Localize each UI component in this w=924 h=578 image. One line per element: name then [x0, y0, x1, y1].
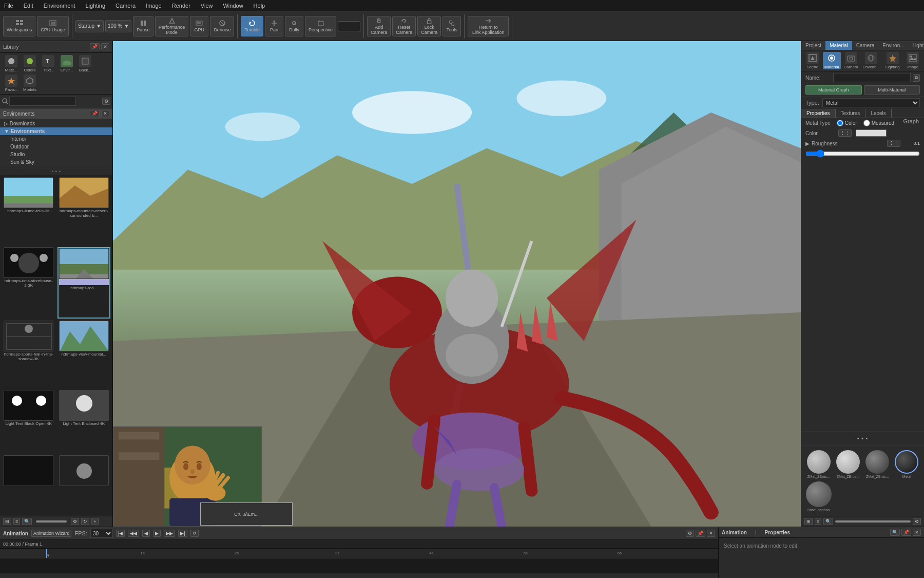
- thumb-dark1[interactable]: [2, 455, 55, 514]
- return-link-button[interactable]: Return to Link Application: [468, 16, 509, 36]
- lib-text-btn[interactable]: T Text .: [40, 55, 56, 72]
- thumb-dark2[interactable]: [57, 455, 111, 514]
- anim-pin-btn[interactable]: 📌: [696, 530, 705, 537]
- lib-favo-btn[interactable]: Favo...: [3, 74, 20, 92]
- denoise-button[interactable]: Denoise: [210, 16, 234, 36]
- thumb-rims-storehouse[interactable]: hdrmaps-rims-storehouse-2-3K: [2, 247, 55, 319]
- play-back-btn[interactable]: ◀: [142, 530, 150, 537]
- fps-select[interactable]: 30 24 60: [90, 529, 113, 538]
- tree-outdoor[interactable]: Outdoor: [0, 143, 112, 151]
- color-radio-label[interactable]: Color: [837, 120, 857, 126]
- reset-camera-button[interactable]: Reset Camera: [392, 16, 416, 36]
- tab-camera[interactable]: Camera: [852, 41, 879, 50]
- lib-models-btn[interactable]: Models: [22, 74, 38, 92]
- add-camera-button[interactable]: Add Camera: [367, 16, 391, 36]
- library-close-btn[interactable]: ✕: [101, 43, 109, 50]
- search-filter-btn[interactable]: ⚙: [102, 98, 110, 105]
- anim-close-btn[interactable]: ✕: [707, 530, 715, 537]
- tab-project[interactable]: Project: [801, 41, 825, 50]
- measured-radio[interactable]: [863, 120, 870, 126]
- color-picker-btn[interactable]: ⋮⋮: [838, 129, 852, 137]
- grid-view-btn[interactable]: ⊞: [3, 518, 11, 525]
- play-btn[interactable]: ▶: [153, 530, 161, 537]
- multi-material-btn[interactable]: Multi-Material: [864, 85, 920, 95]
- props-close-btn[interactable]: ✕: [913, 529, 921, 536]
- anim-settings-btn[interactable]: ⚙: [686, 530, 694, 537]
- pause-button[interactable]: Pause: [133, 16, 153, 36]
- color-radio[interactable]: [837, 120, 843, 126]
- menu-environment[interactable]: Environment: [42, 2, 78, 10]
- tools-button[interactable]: Tools: [442, 16, 461, 36]
- props-search-btn[interactable]: 🔍: [890, 529, 900, 536]
- lib-refresh-btn[interactable]: ↻: [81, 518, 89, 525]
- tumble-button[interactable]: Tumble: [241, 16, 263, 36]
- dolly-button[interactable]: Dolly: [285, 16, 303, 36]
- thumb-road[interactable]: hdrmaps-roa...: [57, 247, 111, 319]
- matball-base-cartoon[interactable]: Base_cartoon: [805, 481, 832, 512]
- menu-view[interactable]: View: [199, 2, 215, 10]
- tab-lighting[interactable]: Lighting: [909, 41, 924, 50]
- next-keyframe-btn[interactable]: ▶▶: [164, 530, 175, 537]
- tree-downloads[interactable]: ▷ Downloads: [0, 120, 112, 127]
- environ-icon-btn[interactable]: Environ...: [861, 52, 881, 69]
- lib-search-btn[interactable]: 🔍: [22, 518, 32, 525]
- mat-search-btn[interactable]: 🔍: [823, 518, 833, 525]
- lib-envir-btn[interactable]: Envir...: [59, 55, 75, 72]
- roughness-expand[interactable]: ▶: [805, 141, 810, 146]
- timeline-ruler[interactable]: ▼ 1s 2s 3s 4s 5s 6s: [46, 549, 718, 558]
- prev-frame-btn[interactable]: |◀: [116, 530, 125, 537]
- keyframe-track[interactable]: [0, 558, 718, 573]
- image-icon-btn[interactable]: Image: [903, 52, 922, 69]
- env-pin-btn[interactable]: 📌: [90, 110, 100, 117]
- library-pin-btn[interactable]: 📌: [90, 43, 100, 50]
- tab-environ[interactable]: Environ...: [878, 41, 908, 50]
- roughness-map-btn[interactable]: ⋮⋮: [887, 140, 900, 147]
- tree-interior[interactable]: Interior: [0, 135, 112, 143]
- material-type-select[interactable]: Metal Plastic Glass Cloth: [822, 98, 920, 107]
- mat-grid-btn[interactable]: ⊞: [804, 518, 813, 525]
- menu-file[interactable]: File: [2, 2, 15, 10]
- thumb-fiume[interactable]: hdrmaps-fiume-fella-3K: [2, 177, 55, 245]
- mat-list-btn[interactable]: ≡: [815, 518, 821, 525]
- lock-camera-button[interactable]: Lock Camera: [417, 16, 441, 36]
- menu-render[interactable]: Render: [170, 2, 192, 10]
- tree-studio[interactable]: Studio: [0, 151, 112, 158]
- menu-lighting[interactable]: Lighting: [83, 2, 107, 10]
- zoom-dropdown[interactable]: 100 % ▼: [105, 20, 131, 32]
- loop-btn[interactable]: ↺: [190, 530, 199, 537]
- animation-wizard-btn[interactable]: Animation Wizard: [31, 530, 72, 537]
- thumb-mountain-desert[interactable]: hdrmaps-mountain-desert-surrounded-b...: [57, 177, 111, 245]
- material-icon-btn[interactable]: Material: [823, 52, 841, 69]
- menu-help[interactable]: Help: [252, 2, 267, 10]
- angle-input[interactable]: 76.0: [338, 21, 360, 31]
- menu-edit[interactable]: Edit: [22, 2, 35, 10]
- lib-back-btn[interactable]: Back...: [77, 55, 93, 72]
- lighting-icon-btn[interactable]: Lighting: [882, 52, 902, 69]
- material-name-input[interactable]: Metal: [833, 73, 911, 82]
- performance-mode-button[interactable]: Performance Mode: [155, 16, 189, 36]
- mat-name-copy-btn[interactable]: ⧉: [913, 74, 920, 82]
- env-close-btn[interactable]: ✕: [101, 110, 109, 117]
- mat-settings-btn[interactable]: ⚙: [913, 518, 921, 525]
- lib-add-btn[interactable]: +: [91, 518, 98, 525]
- matball-1[interactable]: ZMat_ZBrus...: [805, 450, 832, 478]
- menu-window[interactable]: Window: [221, 2, 245, 10]
- lib-settings-btn[interactable]: ⚙: [71, 518, 79, 525]
- matball-4[interactable]: Metal: [894, 450, 920, 478]
- color-swatch[interactable]: [856, 129, 887, 137]
- menu-image[interactable]: Image: [144, 2, 164, 10]
- prop-tab-textures[interactable]: Textures: [836, 109, 866, 118]
- search-input[interactable]: [9, 97, 76, 106]
- gpu-button[interactable]: GPU: [190, 16, 208, 36]
- viewport[interactable]: C:\...9\Em...: [113, 41, 801, 527]
- startup-dropdown[interactable]: Startup ▼: [75, 20, 104, 32]
- thumb-sports-hall[interactable]: hdrmaps-sports-hall-in-the-shadow-3K: [2, 321, 55, 388]
- pan-button[interactable]: Pan: [265, 16, 283, 36]
- tree-environments[interactable]: ▼ Environments: [0, 127, 112, 135]
- matball-3[interactable]: ZMat_ZBrus...: [864, 450, 891, 478]
- perspective-button[interactable]: Perspective: [305, 16, 336, 36]
- camera-icon-btn[interactable]: Camera: [842, 52, 860, 69]
- measured-radio-label[interactable]: Measured: [863, 120, 894, 126]
- lib-colors-btn[interactable]: Colors: [22, 55, 38, 72]
- tab-material[interactable]: Material: [825, 41, 852, 50]
